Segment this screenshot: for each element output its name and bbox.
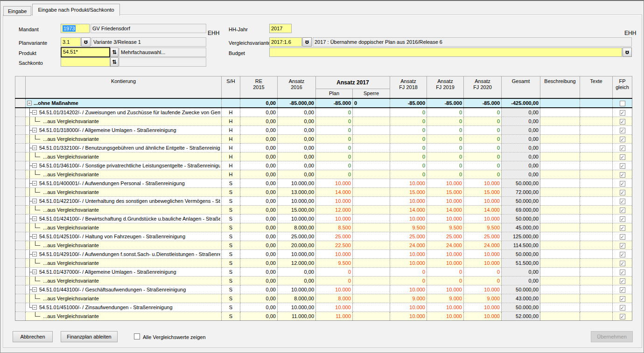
fj-2019-cell[interactable]: 15.000 [427, 187, 464, 196]
fj-2019-cell[interactable]: 10.000 [427, 258, 464, 267]
fj-2020-cell[interactable]: 15.000 [464, 187, 502, 196]
sachkonto-input[interactable] [61, 57, 110, 67]
row-selector[interactable] [15, 161, 26, 170]
plan-2017-cell[interactable]: 10.000 [316, 196, 353, 205]
sperre-cell[interactable] [353, 205, 390, 214]
fj-2020-cell[interactable]: 0 [464, 117, 502, 125]
fj-2018-cell[interactable]: -85.000 [390, 98, 427, 108]
fj-2020-cell[interactable]: 9.000 [464, 294, 502, 303]
fj-2019-cell[interactable]: 10.000 [427, 214, 464, 223]
fj-2020-cell[interactable]: 14.000 [464, 205, 502, 214]
fj-2019-cell[interactable]: 0 [427, 161, 464, 170]
compare-row[interactable]: ...aus VergleichsvarianteH0,000,0000000,… [15, 152, 632, 161]
plan-2017-cell[interactable]: 22.500 [316, 241, 353, 249]
row-selector[interactable] [15, 205, 26, 214]
fj-2018-cell[interactable]: 10.000 [390, 249, 427, 258]
texte-cell[interactable] [580, 276, 613, 285]
column-header-fp-gleich[interactable]: FP gleich [613, 76, 632, 98]
plan-2017-cell[interactable]: 9.500 [316, 258, 353, 267]
fj-2018-cell[interactable]: 0 [390, 267, 427, 276]
compare-row[interactable]: ...aus VergleichsvarianteS0,008.000,008.… [15, 294, 632, 303]
beschreibung-cell[interactable] [540, 170, 580, 179]
fj-2019-cell[interactable]: 10.000 [427, 303, 464, 311]
texte-cell[interactable] [580, 187, 613, 196]
compare-row[interactable]: ...aus VergleichsvarianteS0,0020.000,002… [15, 241, 632, 249]
budget-input[interactable] [269, 48, 622, 57]
texte-cell[interactable] [580, 223, 613, 232]
fj-2019-cell[interactable]: 0 [427, 267, 464, 276]
fj-2019-cell[interactable]: 10.000 [427, 285, 464, 294]
fj-2018-cell[interactable]: 24.000 [390, 241, 427, 249]
sperre-cell[interactable] [353, 170, 390, 179]
beschreibung-cell[interactable] [540, 249, 580, 258]
row-selector[interactable] [15, 232, 26, 241]
plan-2017-cell[interactable]: 0 [316, 267, 353, 276]
row-selector[interactable] [15, 134, 26, 143]
fj-2018-cell[interactable]: 0 [390, 125, 427, 134]
account-row[interactable]: −54.51.01/437000/- / Allgemeine Umlagen … [15, 267, 632, 276]
fj-2019-cell[interactable]: 10.000 [427, 196, 464, 205]
row-selector[interactable] [15, 117, 26, 125]
row-selector[interactable] [15, 179, 26, 187]
sperre-cell[interactable] [353, 232, 390, 241]
beschreibung-cell[interactable] [540, 187, 580, 196]
texte-cell[interactable] [580, 161, 613, 170]
account-row[interactable]: −54.51.01/400001/- / Aufwendungen Person… [15, 179, 632, 187]
fp-gleich-checkbox[interactable]: ✓ [620, 234, 625, 240]
fj-2019-cell[interactable]: 0 [427, 152, 464, 161]
texte-cell[interactable] [580, 303, 613, 311]
account-row[interactable]: −54.51.01/425100/- / Haltung von Fahrzeu… [15, 232, 632, 241]
plan-2017-cell[interactable]: 0 [316, 134, 353, 143]
fj-2020-cell[interactable]: 10.000 [464, 179, 502, 187]
beschreibung-cell[interactable] [540, 117, 580, 125]
column-header-gesamt[interactable]: Gesamt [502, 76, 540, 98]
fj-2020-cell[interactable]: 10.000 [464, 258, 502, 267]
texte-cell[interactable] [580, 232, 613, 241]
beschreibung-cell[interactable] [540, 179, 580, 187]
sperre-cell[interactable] [353, 214, 390, 223]
plan-2017-cell[interactable]: 0 [316, 117, 353, 125]
plan-2017-cell[interactable]: 0 [316, 152, 353, 161]
fj-2018-cell[interactable]: 10.000 [390, 258, 427, 267]
fj-2020-cell[interactable]: 10.000 [464, 214, 502, 223]
fp-gleich-checkbox[interactable]: ✓ [620, 110, 625, 116]
collapse-icon[interactable]: − [32, 216, 37, 221]
fj-2018-cell[interactable]: 10.000 [390, 303, 427, 311]
vergleichsvariante-lookup-button[interactable]: ʊ [302, 37, 312, 47]
collapse-icon[interactable]: − [32, 163, 37, 168]
fj-2019-cell[interactable]: 0 [427, 170, 464, 179]
beschreibung-cell[interactable] [540, 285, 580, 294]
texte-cell[interactable] [580, 170, 613, 179]
beschreibung-cell[interactable] [540, 108, 580, 117]
fj-2019-cell[interactable]: 14.000 [427, 205, 464, 214]
beschreibung-cell[interactable] [540, 214, 580, 223]
account-row[interactable]: −54.51.01/443100/- / Geschäftsaufwendung… [15, 285, 632, 294]
fj-2018-cell[interactable]: 0 [390, 276, 427, 285]
plan-2017-cell[interactable]: 0 [316, 125, 353, 134]
hh-jahr-input[interactable]: 2017 [269, 24, 292, 33]
sperre-cell[interactable] [353, 267, 390, 276]
row-selector[interactable] [15, 170, 26, 179]
fj-2020-cell[interactable]: 0 [464, 143, 502, 152]
plan-2017-cell[interactable]: 10.000 [316, 249, 353, 258]
fp-gleich-checkbox[interactable]: ✓ [620, 154, 625, 160]
finanzplan-ableiten-button[interactable]: Finanzplan ableiten [61, 331, 118, 342]
account-row[interactable]: −54.51.01/346100/- / Sonstige privatrech… [15, 161, 632, 170]
sperre-cell[interactable] [353, 303, 390, 311]
row-selector[interactable] [15, 303, 26, 311]
row-selector[interactable] [15, 267, 26, 276]
planvariante-lookup-button[interactable]: ʊ [81, 37, 91, 47]
mandant-input[interactable]: 1973 [61, 24, 90, 33]
fj-2019-cell[interactable]: 10.000 [427, 249, 464, 258]
row-selector[interactable] [15, 196, 26, 205]
column-header-fj-2018[interactable]: Ansatz FJ 2018 [390, 76, 427, 98]
fj-2018-cell[interactable]: 9.000 [390, 294, 427, 303]
fj-2019-cell[interactable]: 0 [427, 125, 464, 134]
row-selector[interactable] [15, 152, 26, 161]
sperre-cell[interactable] [353, 179, 390, 187]
fj-2018-cell[interactable]: 0 [390, 152, 427, 161]
fp-gleich-checkbox[interactable]: ✓ [620, 208, 625, 213]
texte-cell[interactable] [580, 196, 613, 205]
collapse-icon[interactable]: − [32, 252, 37, 256]
planvariante-input[interactable]: 3.1 [61, 37, 81, 47]
